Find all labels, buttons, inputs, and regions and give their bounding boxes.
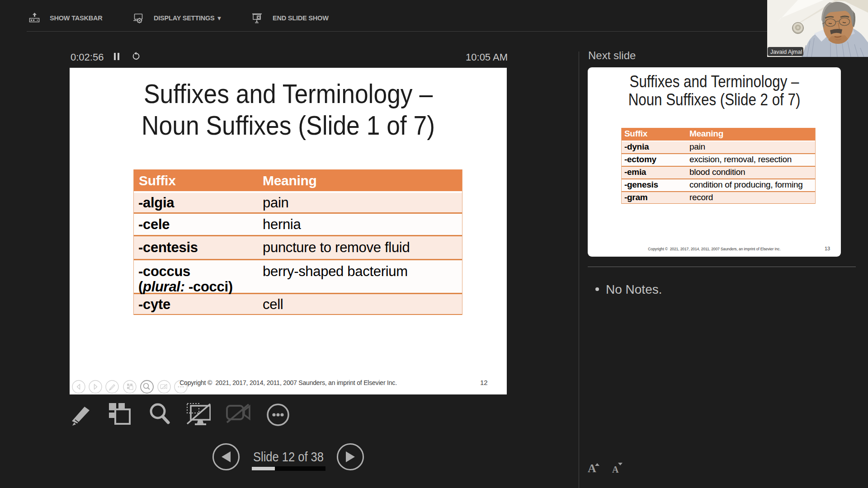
svg-text:Javaid Ajmal: Javaid Ajmal [770, 49, 802, 55]
